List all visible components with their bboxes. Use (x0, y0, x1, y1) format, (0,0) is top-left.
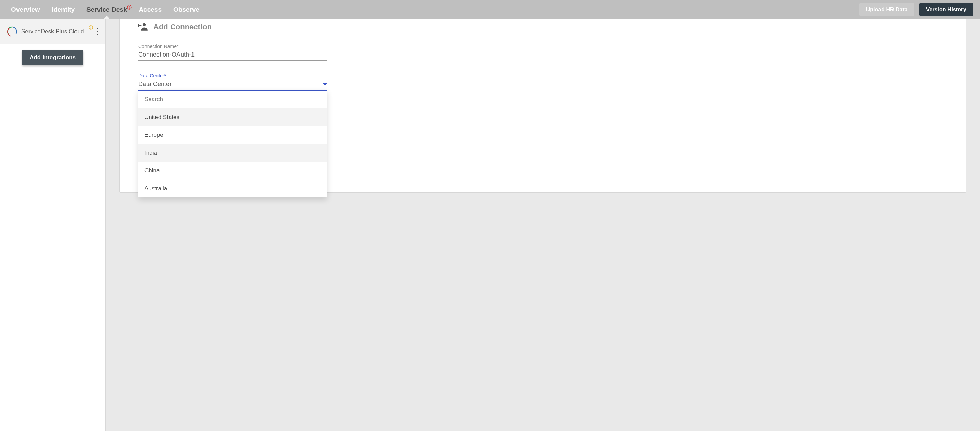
svg-point-2 (129, 8, 130, 9)
add-person-icon (138, 22, 148, 32)
data-center-placeholder: Data Center (138, 81, 172, 88)
nav-tabs: Overview Identity Service Desk Access Ob… (11, 0, 199, 19)
connection-name-input[interactable] (138, 50, 327, 61)
data-center-label: Data Center* (138, 73, 327, 79)
integration-name: ServiceDesk Plus Cloud (21, 28, 89, 35)
tab-service-desk[interactable]: Service Desk (86, 6, 127, 13)
connection-card: Add Connection Connection Name* Data Cen… (119, 19, 966, 193)
data-center-option[interactable]: China (138, 162, 327, 180)
data-center-select[interactable]: Data Center (138, 79, 327, 90)
add-connection-title: Add Connection (153, 23, 212, 32)
data-center-dropdown-scroll[interactable]: Search United States Europe India China … (138, 90, 327, 198)
svg-point-6 (143, 23, 146, 26)
tab-label: Service Desk (86, 6, 127, 13)
tab-label: Observe (173, 6, 199, 13)
add-connection-header: Add Connection (138, 22, 947, 32)
data-center-option[interactable]: United States (138, 108, 327, 126)
upload-hr-data-button[interactable]: Upload HR Data (859, 3, 915, 16)
servicedesk-logo-icon (7, 26, 18, 37)
svg-rect-9 (138, 25, 140, 26)
integration-kebab-menu[interactable] (94, 25, 102, 38)
top-nav: Overview Identity Service Desk Access Ob… (0, 0, 980, 19)
version-history-button[interactable]: Version History (919, 3, 973, 16)
main-area: Add Connection Connection Name* Data Cen… (106, 19, 980, 431)
tab-identity[interactable]: Identity (52, 6, 75, 13)
data-center-search[interactable]: Search (138, 90, 327, 108)
data-center-dropdown: Search United States Europe India China … (138, 90, 327, 198)
tab-overview[interactable]: Overview (11, 6, 40, 13)
data-center-option[interactable]: India (138, 144, 327, 162)
connection-name-field: Connection Name* (138, 44, 327, 61)
chevron-down-icon (323, 83, 327, 86)
tab-access[interactable]: Access (138, 6, 162, 13)
tab-label: Identity (52, 6, 75, 13)
data-center-option[interactable]: Australia (138, 180, 327, 198)
tab-label: Overview (11, 6, 40, 13)
tab-observe[interactable]: Observe (173, 6, 199, 13)
data-center-option[interactable]: Europe (138, 126, 327, 144)
integration-row[interactable]: ServiceDesk Plus Cloud (0, 19, 105, 44)
error-badge-icon (127, 4, 132, 11)
warning-badge-icon (89, 25, 93, 31)
tab-label: Access (138, 6, 162, 13)
topbar-actions: Upload HR Data Version History (859, 3, 973, 16)
add-integrations-button[interactable]: Add Integrations (22, 50, 83, 65)
data-center-field: Data Center* Data Center Search United S… (138, 73, 327, 90)
add-integrations-wrap: Add Integrations (0, 44, 105, 71)
svg-point-5 (91, 28, 91, 29)
connection-name-label: Connection Name* (138, 44, 327, 49)
sidebar: ServiceDesk Plus Cloud Add Integrations (0, 19, 106, 431)
